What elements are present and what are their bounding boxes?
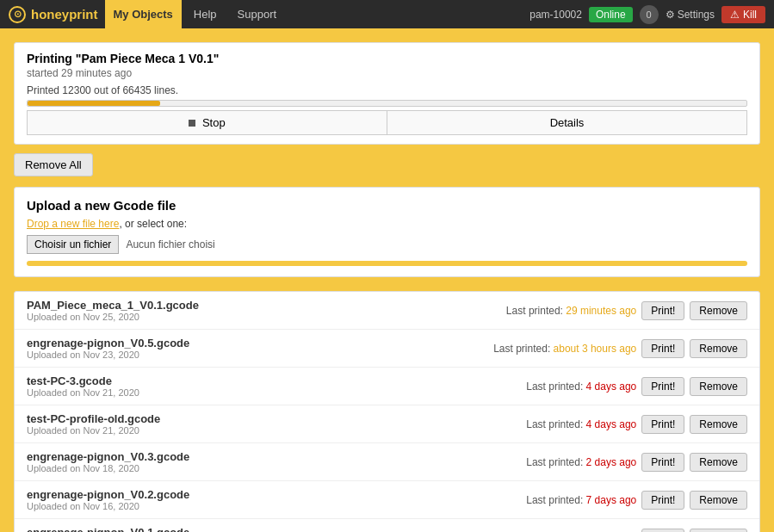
settings-label: Settings	[678, 9, 715, 21]
file-info: test-PC-profile-old.gcodeUploaded on Nov…	[27, 412, 526, 436]
print-button[interactable]: Print!	[641, 453, 684, 472]
file-name: engrenage-pignon_V0.1.gcode	[27, 526, 526, 532]
user-label: pam-10002	[529, 9, 582, 21]
stop-icon	[189, 120, 195, 127]
print-status-subtitle: started 29 minutes ago	[27, 67, 747, 79]
file-row: PAM_Piece_meca_1_V0.1.gcodeUploaded on N…	[15, 292, 759, 330]
file-row: engrenage-pignon_V0.5.gcodeUploaded on N…	[15, 330, 759, 368]
time-ago: 7 days ago	[586, 494, 637, 506]
file-row: engrenage-pignon_V0.3.gcodeUploaded on N…	[15, 443, 759, 481]
print-button[interactable]: Print!	[641, 529, 684, 533]
time-ago: 4 days ago	[586, 380, 637, 393]
brand-name: honeyprint	[31, 7, 98, 22]
nav-support[interactable]: Support	[229, 0, 286, 28]
navbar: ⊙ honeyprint My Objects Help Support pam…	[0, 0, 774, 28]
file-upload-date: Uploaded on Nov 21, 2020	[27, 387, 526, 398]
print-button[interactable]: Print!	[641, 301, 684, 320]
file-list: PAM_Piece_meca_1_V0.1.gcodeUploaded on N…	[14, 291, 760, 532]
remove-button[interactable]: Remove	[690, 301, 747, 320]
stop-button[interactable]: Stop	[27, 110, 387, 135]
no-file-label: Aucun fichier choisi	[126, 238, 214, 251]
print-status-title: Printing "Pam Piece Meca 1 V0.1"	[27, 52, 747, 65]
file-row: engrenage-pignon_V0.1.gcodeUploaded on N…	[15, 519, 759, 532]
file-row: test-PC-profile-old.gcodeUploaded on Nov…	[15, 405, 759, 443]
file-name: test-PC-profile-old.gcode	[27, 412, 526, 425]
print-button[interactable]: Print!	[641, 491, 684, 510]
print-button[interactable]: Print!	[641, 377, 684, 396]
print-button[interactable]: Print!	[641, 339, 684, 358]
file-actions: Last printed: 9 days agoPrint!Remove	[526, 529, 747, 533]
details-label: Details	[550, 116, 585, 129]
time-ago: about 3 hours ago	[554, 343, 637, 355]
file-info: engrenage-pignon_V0.1.gcodeUploaded on N…	[27, 526, 526, 532]
upload-title: Upload a new Gcode file	[27, 198, 747, 213]
file-upload-date: Uploaded on Nov 21, 2020	[27, 425, 526, 436]
upload-box: Upload a new Gcode file Drop a new file …	[14, 187, 760, 277]
time-ago: 2 days ago	[586, 456, 637, 468]
last-printed-text: Last printed: 4 days ago	[526, 380, 636, 393]
file-name: PAM_Piece_meca_1_V0.1.gcode	[27, 299, 506, 312]
upload-drop-text: Drop a new file here, or select one:	[27, 218, 747, 230]
drop-link[interactable]: Drop a new file here	[27, 218, 119, 230]
print-button[interactable]: Print!	[641, 415, 684, 434]
file-actions: Last printed: 29 minutes agoPrint!Remove	[506, 301, 747, 320]
file-upload-date: Uploaded on Nov 25, 2020	[27, 312, 506, 322]
stop-label: Stop	[202, 116, 226, 129]
remove-button[interactable]: Remove	[690, 377, 747, 396]
settings-link[interactable]: ⚙ Settings	[666, 9, 715, 21]
remove-button[interactable]: Remove	[690, 491, 747, 510]
file-actions: Last printed: about 3 hours agoPrint!Rem…	[493, 339, 747, 358]
remove-button[interactable]: Remove	[690, 415, 747, 434]
file-upload-date: Uploaded on Nov 16, 2020	[27, 501, 526, 511]
file-actions: Last printed: 7 days agoPrint!Remove	[526, 491, 747, 510]
main-content: Printing "Pam Piece Meca 1 V0.1" started…	[0, 28, 774, 532]
file-name: test-PC-3.gcode	[27, 374, 526, 387]
print-progress-bar	[27, 100, 747, 107]
file-row: test-PC-3.gcodeUploaded on Nov 21, 2020L…	[15, 368, 759, 405]
choose-file-button[interactable]: Choisir un fichier	[27, 235, 119, 254]
gear-icon: ⚙	[666, 9, 675, 21]
warning-icon: ⚠	[730, 9, 740, 21]
remove-button[interactable]: Remove	[690, 339, 747, 358]
remove-button[interactable]: Remove	[690, 529, 747, 533]
file-upload-date: Uploaded on Nov 18, 2020	[27, 463, 526, 473]
file-name: engrenage-pignon_V0.5.gcode	[27, 337, 493, 350]
details-button[interactable]: Details	[387, 110, 747, 135]
file-info: PAM_Piece_meca_1_V0.1.gcodeUploaded on N…	[27, 299, 506, 322]
file-info: engrenage-pignon_V0.2.gcodeUploaded on N…	[27, 488, 526, 511]
remove-button[interactable]: Remove	[690, 453, 747, 472]
last-printed-text: Last printed: 2 days ago	[526, 456, 636, 468]
print-status-box: Printing "Pam Piece Meca 1 V0.1" started…	[14, 42, 760, 145]
print-actions: Stop Details	[27, 110, 747, 135]
last-printed-text: Last printed: 4 days ago	[526, 418, 636, 430]
last-printed-text: Last printed: about 3 hours ago	[493, 343, 636, 355]
upload-progress-bar	[27, 261, 747, 266]
print-progress-text: Printed 12300 out of 66435 lines.	[27, 84, 747, 96]
file-info: test-PC-3.gcodeUploaded on Nov 21, 2020	[27, 374, 526, 398]
notif-badge: 0	[640, 5, 659, 24]
status-badge: Online	[589, 7, 633, 22]
kill-label: Kill	[743, 9, 757, 21]
file-input-row: Choisir un fichier Aucun fichier choisi	[27, 235, 747, 254]
navbar-right: pam-10002 Online 0 ⚙ Settings ⚠ Kill	[529, 5, 765, 24]
file-upload-date: Uploaded on Nov 23, 2020	[27, 350, 493, 360]
upload-or-text: , or select one:	[119, 218, 187, 230]
last-printed-text: Last printed: 7 days ago	[526, 494, 636, 506]
file-info: engrenage-pignon_V0.3.gcodeUploaded on N…	[27, 450, 526, 473]
file-actions: Last printed: 2 days agoPrint!Remove	[526, 453, 747, 472]
nav-help[interactable]: Help	[185, 0, 226, 28]
file-row: engrenage-pignon_V0.2.gcodeUploaded on N…	[15, 481, 759, 519]
brand: ⊙ honeyprint	[9, 6, 98, 23]
file-name: engrenage-pignon_V0.2.gcode	[27, 488, 526, 501]
file-actions: Last printed: 4 days agoPrint!Remove	[526, 377, 747, 396]
time-ago: 4 days ago	[586, 418, 637, 430]
logo-icon: ⊙	[9, 6, 26, 23]
kill-button[interactable]: ⚠ Kill	[721, 6, 765, 23]
file-info: engrenage-pignon_V0.5.gcodeUploaded on N…	[27, 337, 493, 360]
file-actions: Last printed: 4 days agoPrint!Remove	[526, 415, 747, 434]
nav-my-objects[interactable]: My Objects	[105, 0, 182, 28]
time-ago: 29 minutes ago	[566, 305, 636, 317]
last-printed-text: Last printed: 29 minutes ago	[506, 305, 636, 317]
remove-all-button[interactable]: Remove All	[14, 153, 93, 176]
file-name: engrenage-pignon_V0.3.gcode	[27, 450, 526, 463]
